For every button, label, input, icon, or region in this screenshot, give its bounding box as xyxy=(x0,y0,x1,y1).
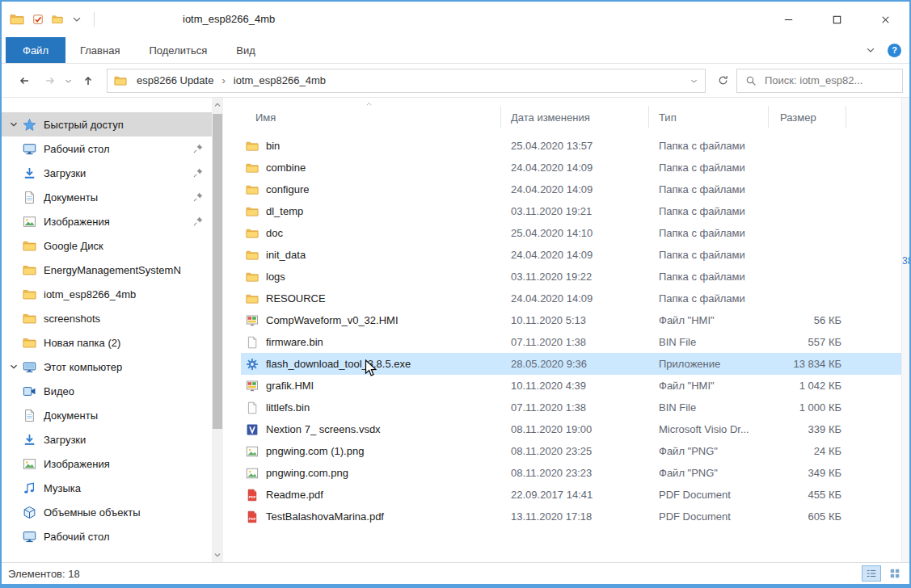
chevron-down-icon xyxy=(690,76,698,85)
sidebar-item[interactable]: Загрузки xyxy=(2,427,212,452)
address-bar[interactable]: esp8266 Update›iotm_esp8266_4mb xyxy=(107,69,706,93)
file-name-cell: doc xyxy=(241,227,501,240)
file-row[interactable]: dl_temp03.11.2020 19:21Папка с файлами xyxy=(241,200,901,222)
sidebar-item[interactable]: EnergyManagementSystemN xyxy=(2,258,212,282)
file-row[interactable]: init_data24.04.2020 14:09Папка с файлами xyxy=(241,244,901,266)
expander-icon[interactable] xyxy=(8,119,19,130)
png-icon xyxy=(246,467,259,480)
sidebar-item[interactable]: Документы xyxy=(2,185,212,209)
sidebar-item[interactable]: Рабочий стол xyxy=(2,136,212,161)
pictures-icon xyxy=(23,457,36,471)
exe-icon xyxy=(246,358,259,371)
maximize-icon xyxy=(831,14,843,26)
file-row[interactable]: Nextion 7_ screens.vsdx08.11.2020 19:00M… xyxy=(241,418,901,440)
details-view-button[interactable] xyxy=(862,565,881,582)
file-name-cell: RESOURCE xyxy=(241,292,501,305)
back-button[interactable] xyxy=(10,69,39,93)
breadcrumb-item[interactable]: esp8266 Update xyxy=(133,74,217,86)
file-row[interactable]: doc25.04.2020 14:10Папка с файлами xyxy=(241,222,901,244)
sidebar-item[interactable]: Объемные объекты xyxy=(2,500,212,524)
explorer-folder-icon xyxy=(10,12,24,27)
tab-share[interactable]: Поделиться xyxy=(134,37,221,63)
thumbnails-view-button[interactable] xyxy=(885,565,905,582)
sidebar-item[interactable]: Музыка xyxy=(2,476,212,500)
search-icon xyxy=(745,75,757,86)
file-date: 08.11.2020 23:25 xyxy=(501,445,649,457)
file-date: 24.04.2020 14:09 xyxy=(501,183,649,195)
expander-icon xyxy=(8,482,19,494)
file-name-cell: grafik.HMI xyxy=(241,380,501,393)
file-name: Nextion 7_ screens.vsdx xyxy=(266,423,381,435)
file-row[interactable]: littlefs.bin07.11.2020 1:38BIN File1 000… xyxy=(241,397,901,418)
maximize-button[interactable] xyxy=(812,2,861,37)
file-type: PDF Document xyxy=(649,489,769,501)
expander-icon[interactable] xyxy=(8,361,19,372)
new-folder-icon[interactable] xyxy=(52,14,63,25)
file-row[interactable]: pngwing.com.png08.11.2020 23:23Файл "PNG… xyxy=(241,462,901,484)
minimize-button[interactable] xyxy=(764,2,812,37)
file-name: grafik.HMI xyxy=(266,380,314,392)
column-header[interactable]: Тип xyxy=(649,106,769,128)
file-row[interactable]: grafik.HMI10.11.2020 4:39Файл "HMI"1 042… xyxy=(241,375,901,397)
sidebar-item-label: Видео xyxy=(44,385,212,397)
sidebar-item[interactable]: Видео xyxy=(2,379,212,403)
file-type: Папка с файлами xyxy=(649,140,769,152)
scroll-up-icon[interactable] xyxy=(212,99,223,111)
sidebar-item-label: Рабочий стол xyxy=(44,531,212,543)
sidebar-item[interactable]: Google Диск xyxy=(2,233,212,258)
sidebar-item[interactable]: screenshots xyxy=(2,306,212,330)
refresh-button[interactable] xyxy=(709,69,736,93)
sidebar-item[interactable]: Документы xyxy=(2,403,212,427)
forward-button[interactable] xyxy=(39,69,61,93)
breadcrumb-separator-icon[interactable]: › xyxy=(217,74,230,86)
navigation-pane: Быстрый доступРабочий столЗагрузкиДокуме… xyxy=(2,98,212,562)
help-button[interactable]: ? xyxy=(888,44,901,57)
folder-icon xyxy=(246,249,259,262)
column-header[interactable]: Размер xyxy=(769,106,846,128)
close-button[interactable] xyxy=(861,2,909,37)
sidebar-item[interactable]: Изображения xyxy=(2,209,212,233)
scrollbar-thumb[interactable] xyxy=(213,114,222,429)
sidebar-scrollbar[interactable] xyxy=(212,98,223,562)
file-date: 08.11.2020 23:23 xyxy=(501,467,649,479)
expand-ribbon-icon[interactable] xyxy=(865,44,876,56)
file-row[interactable]: CompWaveform_v0_32.HMI10.11.2020 5:13Фай… xyxy=(241,309,901,331)
file-row[interactable]: RESOURCE24.04.2020 14:09Папка с файлами xyxy=(241,288,901,309)
search-box[interactable] xyxy=(736,69,903,93)
breadcrumb-item[interactable]: iotm_esp8266_4mb xyxy=(230,74,329,86)
right-scrollbar-strip[interactable]: 38. xyxy=(901,98,909,562)
file-row[interactable]: pngwing.com (1).png08.11.2020 23:25Файл … xyxy=(241,440,901,462)
sidebar-item[interactable]: Быстрый доступ xyxy=(2,112,212,136)
properties-check-icon[interactable] xyxy=(32,14,44,25)
tab-home[interactable]: Главная xyxy=(65,37,134,63)
tab-file[interactable]: Файл xyxy=(6,37,65,63)
sidebar-item[interactable]: iotm_esp8266_4mb xyxy=(2,282,212,306)
file-row[interactable]: PDFTestBalashovaMarina.pdf13.11.2020 17:… xyxy=(241,506,901,527)
file-row[interactable]: bin25.04.2020 13:57Папка с файлами xyxy=(241,135,901,157)
file-row[interactable]: PDFReadme.pdf22.09.2017 14:41PDF Documen… xyxy=(241,484,901,506)
file-date: 22.09.2017 14:41 xyxy=(501,489,649,501)
recent-locations-button[interactable] xyxy=(61,69,74,93)
sidebar-item[interactable]: Рабочий стол xyxy=(2,524,212,548)
file-row[interactable]: firmware.bin07.11.2020 1:38BIN File557 К… xyxy=(241,331,901,353)
expander-icon xyxy=(8,506,19,518)
breadcrumb: esp8266 Update›iotm_esp8266_4mb xyxy=(133,74,682,86)
search-input[interactable] xyxy=(763,74,897,87)
file-size: 455 КБ xyxy=(769,489,846,501)
tab-view[interactable]: Вид xyxy=(221,37,270,63)
sidebar-item[interactable]: Новая папка (2) xyxy=(2,330,212,355)
sidebar-item[interactable]: Изображения xyxy=(2,452,212,476)
up-button[interactable] xyxy=(74,69,102,93)
file-row[interactable]: flash_download_tool_3.8.5.exe28.05.2020 … xyxy=(241,353,901,375)
scroll-down-icon[interactable] xyxy=(212,549,223,561)
sidebar-item[interactable]: Этот компьютер xyxy=(2,355,212,379)
file-row[interactable]: combine24.04.2020 14:09Папка с файлами xyxy=(241,157,901,178)
file-name: TestBalashovaMarina.pdf xyxy=(266,510,384,523)
file-row[interactable]: configure24.04.2020 14:09Папка с файлами xyxy=(241,178,901,200)
column-header[interactable]: Дата изменения xyxy=(501,106,649,128)
column-header[interactable]: Имя xyxy=(241,106,501,128)
file-row[interactable]: logs03.11.2020 19:22Папка с файлами xyxy=(241,266,901,288)
address-dropdown-button[interactable] xyxy=(682,69,705,92)
qat-dropdown-icon[interactable] xyxy=(71,14,82,25)
sidebar-item[interactable]: Загрузки xyxy=(2,161,212,185)
